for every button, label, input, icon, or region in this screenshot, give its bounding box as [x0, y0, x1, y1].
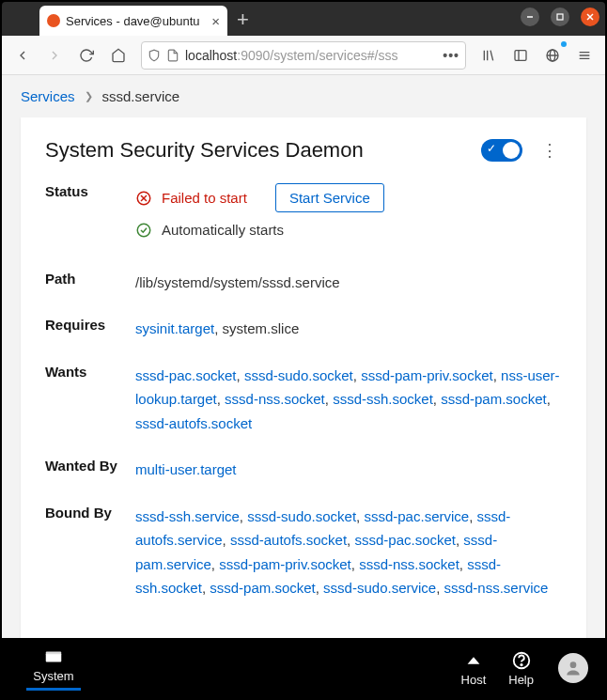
new-tab-button[interactable]: +	[237, 8, 249, 32]
boundby-list: sssd-ssh.service, sssd-sudo.socket, sssd…	[135, 505, 562, 600]
server-icon	[43, 646, 64, 667]
chevron-up-icon	[463, 650, 484, 671]
unit-link[interactable]: sssd-pac.socket	[354, 532, 456, 548]
svg-point-23	[521, 663, 521, 664]
svg-marker-21	[467, 657, 479, 663]
unit-text: system.slice	[223, 320, 300, 336]
window-tabstrip: Services - dave@ubuntu × +	[2, 2, 605, 36]
window-controls	[521, 8, 599, 26]
unit-link[interactable]: sssd-sudo.socket	[244, 367, 353, 383]
wants-list: sssd-pac.socket, sssd-sudo.socket, sssd-…	[135, 364, 562, 436]
error-icon	[135, 190, 152, 207]
nav-system-label: System	[33, 669, 73, 683]
tab-favicon-icon	[47, 14, 60, 27]
svg-rect-1	[557, 14, 563, 20]
nav-host-label: Host	[461, 673, 487, 687]
page-title: System Security Services Daemon	[45, 138, 466, 163]
nav-forward-button[interactable]	[41, 42, 68, 69]
path-value: /lib/systemd/system/sssd.service	[135, 271, 562, 295]
user-avatar[interactable]	[558, 653, 588, 683]
svg-rect-20	[46, 651, 62, 654]
svg-line-6	[490, 50, 493, 60]
window-close-button[interactable]	[581, 8, 599, 26]
browser-tab[interactable]: Services - dave@ubuntu ×	[39, 6, 227, 36]
svg-rect-7	[515, 50, 526, 60]
unit-link[interactable]: sssd-ssh.service	[135, 508, 240, 524]
unit-link[interactable]: sssd-nss.service	[444, 580, 549, 596]
boundby-label: Bound By	[45, 505, 135, 600]
breadcrumb: Services ❯ sssd.service	[2, 75, 605, 117]
unit-link[interactable]: sssd-pac.socket	[135, 367, 237, 383]
wants-label: Wants	[45, 364, 135, 436]
unit-link[interactable]: multi-user.target	[135, 461, 237, 477]
requires-list: sysinit.target, system.slice	[135, 317, 562, 341]
tab-close-icon[interactable]: ×	[211, 13, 220, 29]
library-button[interactable]	[475, 42, 502, 69]
requires-label: Requires	[45, 317, 135, 341]
svg-point-18	[137, 224, 150, 237]
check-circle-icon	[135, 222, 152, 239]
user-icon	[564, 659, 583, 677]
page-content[interactable]: Services ❯ sssd.service System Security …	[2, 75, 605, 638]
menu-button[interactable]	[571, 42, 598, 69]
service-card: System Security Services Daemon ⋮ Status…	[21, 117, 586, 638]
status-label: Status	[45, 183, 135, 248]
page-actions-icon[interactable]: •••	[443, 48, 459, 63]
unit-link[interactable]: sssd-pam-priv.socket	[219, 556, 351, 572]
unit-link[interactable]: sssd-pam.socket	[210, 580, 316, 596]
url-text: localhost:9090/system/services#/sss	[185, 48, 397, 63]
page-info-icon[interactable]	[166, 49, 179, 62]
start-service-button[interactable]: Start Service	[275, 183, 384, 212]
nav-host[interactable]: Host	[454, 650, 494, 687]
service-enable-toggle[interactable]	[481, 139, 522, 162]
nav-back-button[interactable]	[9, 42, 36, 69]
unit-link[interactable]: sssd-nss.socket	[359, 556, 459, 572]
sidebar-button[interactable]	[507, 42, 534, 69]
wantedby-list: multi-user.target	[135, 458, 562, 482]
window-maximize-button[interactable]	[551, 8, 569, 26]
wantedby-label: Wanted By	[45, 458, 135, 482]
shield-icon	[148, 49, 161, 62]
nav-home-button[interactable]	[105, 42, 132, 69]
cockpit-bottombar: System Host Help	[2, 638, 605, 698]
unit-link[interactable]: sssd-pam.socket	[441, 391, 547, 407]
window-minimize-button[interactable]	[521, 8, 539, 26]
nav-help-label: Help	[508, 673, 534, 687]
help-icon	[511, 650, 532, 671]
browser-toolbar: localhost:9090/system/services#/sss •••	[2, 36, 605, 75]
unit-link[interactable]: sssd-autofs.socket	[135, 415, 252, 431]
breadcrumb-root-link[interactable]: Services	[21, 88, 75, 104]
status-auto-text: Automatically starts	[162, 218, 284, 242]
breadcrumb-current: sssd.service	[102, 88, 180, 104]
unit-link[interactable]: sssd-sudo.service	[323, 580, 436, 596]
unit-link[interactable]: sssd-ssh.socket	[333, 391, 433, 407]
nav-help[interactable]: Help	[501, 650, 541, 687]
unit-link[interactable]: sssd-sudo.socket	[247, 508, 356, 524]
kebab-menu-icon[interactable]: ⋮	[537, 140, 562, 161]
unit-link[interactable]: sssd-autofs.socket	[230, 532, 347, 548]
unit-link[interactable]: sssd-pac.service	[364, 508, 469, 524]
profile-button[interactable]	[539, 42, 566, 69]
svg-point-24	[570, 661, 577, 668]
unit-link[interactable]: sysinit.target	[135, 320, 214, 336]
chevron-right-icon: ❯	[85, 90, 93, 102]
nav-reload-button[interactable]	[73, 42, 100, 69]
nav-system[interactable]: System	[19, 646, 88, 691]
url-bar[interactable]: localhost:9090/system/services#/sss •••	[141, 41, 466, 70]
status-failed-text: Failed to start	[162, 186, 247, 210]
unit-link[interactable]: sssd-pam-priv.socket	[361, 367, 493, 383]
svg-rect-19	[46, 653, 62, 661]
path-label: Path	[45, 271, 135, 295]
unit-link[interactable]: sssd-nss.socket	[225, 391, 325, 407]
tab-title: Services - dave@ubuntu	[66, 14, 206, 28]
